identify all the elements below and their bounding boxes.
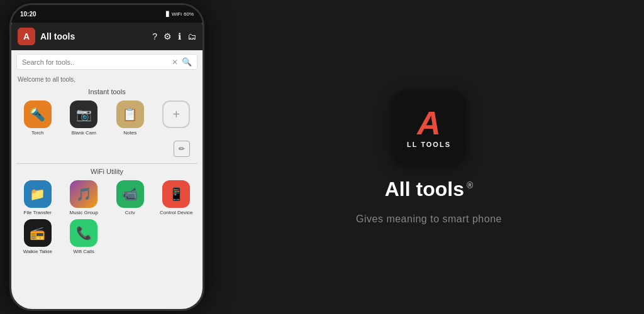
app-header-title: All tools [40,31,147,41]
app-header: A All tools ? ⚙ ℹ 🗂 [11,23,203,50]
notch-cutout [88,9,126,16]
tool-label-musicgroup: Music Group [70,210,98,215]
search-input[interactable] [22,58,172,66]
instant-tools-grid: 🔦 Torch 📷 Blank Cam 📋 Notes + [11,98,203,138]
blankcam-icon: 📷 [70,100,97,128]
list-item[interactable]: 📷 Blank Cam [63,100,106,136]
tool-label-cctv: Cctv [125,210,135,215]
phone-mockup: 10:20 ▊ WiFi 60% A All tools ? ⚙ ℹ 🗂 [0,0,214,314]
tool-label-torch: Torch [31,130,44,136]
wifi-icon: WiFi [172,11,182,17]
brand-panel: A LL TOOLS All tools ® Gives meaning to … [214,0,644,314]
header-action-icons: ? ⚙ ℹ 🗂 [152,31,196,41]
status-icons: ▊ WiFi 60% [166,11,194,17]
notes-icon: 📋 [116,100,144,128]
list-item[interactable]: 📞 Wifi Calls [63,219,106,254]
app-name-text: All tools [385,178,464,201]
welcome-text: Welcome to all tools, [11,73,203,85]
list-item[interactable]: 📋 Notes [109,100,152,136]
controldevice-icon: 📱 [162,180,190,208]
phone-body: 10:20 ▊ WiFi 60% A All tools ? ⚙ ℹ 🗂 [9,3,204,311]
section-title-instant: Instant tools [11,85,203,98]
folder-icon[interactable]: 🗂 [187,31,196,41]
tool-label-wificalls: Wifi Calls [74,249,94,254]
app-tagline: Gives meaning to smart phone [356,214,502,225]
wificalls-icon: 📞 [70,219,97,247]
wifi-tools-grid: 📁 File Transfer 🎵 Music Group 📹 Cctv 📱 C… [11,178,203,257]
torch-icon: 🔦 [24,100,52,128]
search-submit-icon[interactable]: 🔍 [182,57,192,67]
signal-icon: ▊ [166,11,170,17]
list-item[interactable]: 🔦 Torch [16,100,59,136]
search-bar[interactable]: ✕ 🔍 [16,54,197,70]
edit-button[interactable]: ✏ [174,141,190,157]
phone-screen: A All tools ? ⚙ ℹ 🗂 ✕ 🔍 Welcome to all t… [11,23,203,309]
list-item[interactable]: 📁 File Transfer [16,180,59,215]
tool-label-walkietalkie: Walkie Talkie [23,249,52,254]
app-icon-subtext: LL TOOLS [407,141,451,148]
status-bar: 10:20 ▊ WiFi 60% [11,5,203,23]
help-icon[interactable]: ? [152,31,157,41]
battery-text: 60% [184,11,194,17]
add-tool-icon[interactable]: + [162,100,190,128]
list-item[interactable]: 📻 Walkie Talkie [16,219,59,254]
musicgroup-icon: 🎵 [70,180,97,208]
section-title-wifi: WiFi Utility [11,165,203,178]
section-divider [16,163,197,164]
list-item[interactable]: 📱 Control Device [155,180,198,215]
walkietalkie-icon: 📻 [24,219,52,247]
list-item[interactable]: 🎵 Music Group [63,180,106,215]
info-icon[interactable]: ℹ [178,31,181,41]
tool-label-notes: Notes [123,130,136,136]
app-icon-large: A LL TOOLS [391,90,467,165]
cctv-icon: 📹 [116,180,144,208]
registered-symbol: ® [467,180,473,190]
tool-label-blankcam: Blank Cam [72,130,96,136]
list-item[interactable]: 📹 Cctv [109,180,152,215]
tool-label-filetransfer: File Transfer [24,210,52,215]
status-time: 10:20 [20,11,36,18]
tool-label-controldevice: Control Device [160,210,192,215]
add-tool-item[interactable]: + [155,100,198,136]
settings-icon[interactable]: ⚙ [164,31,172,41]
app-icon-letter: A [417,107,441,139]
search-clear-icon[interactable]: ✕ [172,58,178,67]
app-name-display: All tools ® [385,178,474,201]
filetransfer-icon: 📁 [24,180,52,208]
app-logo: A [18,28,35,45]
